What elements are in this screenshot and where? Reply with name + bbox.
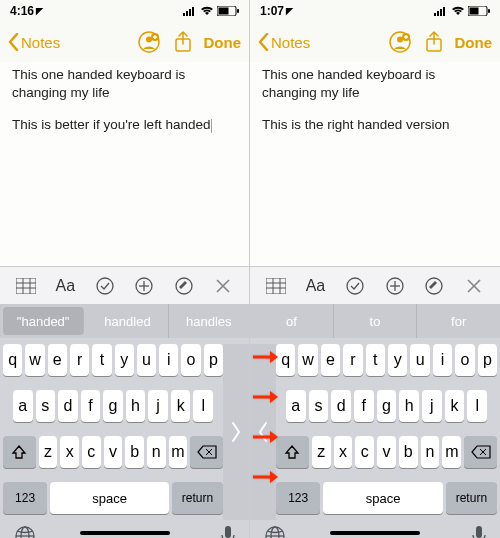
key-t[interactable]: t bbox=[92, 344, 111, 376]
key-c[interactable]: c bbox=[82, 436, 101, 468]
key-a[interactable]: a bbox=[13, 390, 33, 422]
key-r[interactable]: r bbox=[343, 344, 362, 376]
return-key[interactable]: return bbox=[172, 482, 223, 514]
key-s[interactable]: s bbox=[36, 390, 56, 422]
close-icon[interactable] bbox=[460, 272, 488, 300]
key-j[interactable]: j bbox=[148, 390, 168, 422]
key-v[interactable]: v bbox=[104, 436, 123, 468]
back-button[interactable]: Notes bbox=[8, 33, 60, 51]
key-q[interactable]: q bbox=[276, 344, 295, 376]
home-indicator[interactable] bbox=[330, 531, 420, 535]
key-p[interactable]: p bbox=[204, 344, 223, 376]
space-key[interactable]: space bbox=[50, 482, 169, 514]
home-indicator[interactable] bbox=[80, 531, 170, 535]
back-button[interactable]: Notes bbox=[258, 33, 310, 51]
key-r[interactable]: r bbox=[70, 344, 89, 376]
text-format-button[interactable]: Aa bbox=[301, 272, 329, 300]
numbers-key[interactable]: 123 bbox=[276, 482, 320, 514]
key-u[interactable]: u bbox=[137, 344, 156, 376]
suggestion-3[interactable]: handles bbox=[169, 304, 249, 338]
format-toolbar: Aa bbox=[250, 266, 500, 304]
expand-handle-right[interactable] bbox=[223, 344, 249, 520]
key-m[interactable]: m bbox=[442, 436, 461, 468]
key-x[interactable]: x bbox=[60, 436, 79, 468]
note-content[interactable]: This one handed keyboard is changing my … bbox=[250, 62, 500, 266]
key-b[interactable]: b bbox=[399, 436, 418, 468]
globe-icon[interactable] bbox=[14, 525, 36, 538]
key-n[interactable]: n bbox=[147, 436, 166, 468]
key-h[interactable]: h bbox=[399, 390, 419, 422]
key-m[interactable]: m bbox=[169, 436, 188, 468]
add-icon[interactable] bbox=[381, 272, 409, 300]
key-u[interactable]: u bbox=[410, 344, 429, 376]
suggestion-1[interactable]: "handed" bbox=[3, 307, 84, 335]
share-icon[interactable] bbox=[421, 29, 447, 55]
key-g[interactable]: g bbox=[377, 390, 397, 422]
key-w[interactable]: w bbox=[298, 344, 317, 376]
key-q[interactable]: q bbox=[3, 344, 22, 376]
return-key[interactable]: return bbox=[446, 482, 497, 514]
done-button[interactable]: Done bbox=[204, 34, 242, 51]
markup-icon[interactable] bbox=[420, 272, 448, 300]
close-icon[interactable] bbox=[209, 272, 237, 300]
key-j[interactable]: j bbox=[422, 390, 442, 422]
key-d[interactable]: d bbox=[58, 390, 78, 422]
add-icon[interactable] bbox=[130, 272, 158, 300]
key-e[interactable]: e bbox=[48, 344, 67, 376]
key-s[interactable]: s bbox=[309, 390, 329, 422]
key-b[interactable]: b bbox=[125, 436, 144, 468]
key-x[interactable]: x bbox=[334, 436, 353, 468]
mic-icon[interactable] bbox=[472, 525, 486, 538]
key-f[interactable]: f bbox=[354, 390, 374, 422]
key-i[interactable]: i bbox=[433, 344, 452, 376]
expand-handle-left[interactable] bbox=[250, 344, 276, 520]
table-icon[interactable] bbox=[262, 272, 290, 300]
key-w[interactable]: w bbox=[25, 344, 44, 376]
key-k[interactable]: k bbox=[445, 390, 465, 422]
key-y[interactable]: y bbox=[115, 344, 134, 376]
key-z[interactable]: z bbox=[312, 436, 331, 468]
checklist-icon[interactable] bbox=[341, 272, 369, 300]
key-k[interactable]: k bbox=[171, 390, 191, 422]
key-n[interactable]: n bbox=[421, 436, 440, 468]
markup-icon[interactable] bbox=[170, 272, 198, 300]
suggestion-2[interactable]: to bbox=[334, 304, 418, 338]
shift-key[interactable] bbox=[3, 436, 36, 468]
delete-key[interactable] bbox=[464, 436, 497, 468]
key-f[interactable]: f bbox=[81, 390, 101, 422]
key-p[interactable]: p bbox=[478, 344, 497, 376]
share-icon[interactable] bbox=[170, 29, 196, 55]
key-d[interactable]: d bbox=[331, 390, 351, 422]
suggestion-3[interactable]: for bbox=[417, 304, 500, 338]
key-h[interactable]: h bbox=[126, 390, 146, 422]
globe-icon[interactable] bbox=[264, 525, 286, 538]
key-t[interactable]: t bbox=[366, 344, 385, 376]
key-g[interactable]: g bbox=[103, 390, 123, 422]
add-person-icon[interactable] bbox=[387, 29, 413, 55]
delete-key[interactable] bbox=[190, 436, 223, 468]
numbers-key[interactable]: 123 bbox=[3, 482, 47, 514]
done-button[interactable]: Done bbox=[455, 34, 493, 51]
key-v[interactable]: v bbox=[377, 436, 396, 468]
suggestion-1[interactable]: of bbox=[250, 304, 334, 338]
key-z[interactable]: z bbox=[39, 436, 58, 468]
key-i[interactable]: i bbox=[159, 344, 178, 376]
checklist-icon[interactable] bbox=[91, 272, 119, 300]
key-a[interactable]: a bbox=[286, 390, 306, 422]
table-icon[interactable] bbox=[12, 272, 40, 300]
shift-key[interactable] bbox=[276, 436, 309, 468]
key-o[interactable]: o bbox=[181, 344, 200, 376]
note-content[interactable]: This one handed keyboard is changing my … bbox=[0, 62, 249, 266]
key-o[interactable]: o bbox=[455, 344, 474, 376]
suggestion-2[interactable]: handled bbox=[87, 304, 168, 338]
key-y[interactable]: y bbox=[388, 344, 407, 376]
key-c[interactable]: c bbox=[355, 436, 374, 468]
space-key[interactable]: space bbox=[323, 482, 442, 514]
mic-icon[interactable] bbox=[221, 525, 235, 538]
key-l[interactable]: l bbox=[193, 390, 213, 422]
key-l[interactable]: l bbox=[467, 390, 487, 422]
text-format-button[interactable]: Aa bbox=[51, 272, 79, 300]
svg-rect-0 bbox=[183, 13, 185, 16]
key-e[interactable]: e bbox=[321, 344, 340, 376]
add-person-icon[interactable] bbox=[136, 29, 162, 55]
